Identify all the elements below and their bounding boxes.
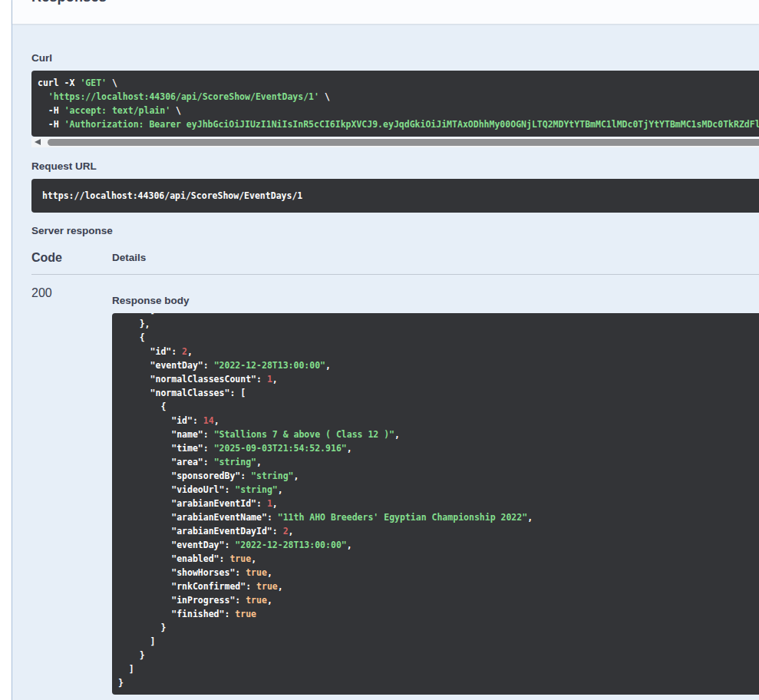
responses-section-header: Responses bbox=[12, 0, 759, 24]
left-arrow-icon bbox=[35, 139, 41, 145]
details-column-header: Details bbox=[112, 252, 146, 265]
response-body-label: Response body bbox=[112, 295, 759, 306]
response-body[interactable]: ] }, { "id": 2, "eventDay": "2022-12-28T… bbox=[112, 313, 759, 695]
get-opblock-responses-panel: Responses Curl curl -X 'GET' \ 'https://… bbox=[12, 0, 759, 700]
responses-heading: Responses bbox=[31, 0, 107, 5]
request-url-value: https://localhost:44306/api/ScoreShow/Ev… bbox=[42, 190, 302, 201]
curl-horizontal-scrollbar[interactable] bbox=[31, 137, 759, 147]
code-column-header: Code bbox=[31, 251, 112, 265]
request-url-block: https://localhost:44306/api/ScoreShow/Ev… bbox=[31, 179, 759, 213]
opblock-body: Curl curl -X 'GET' \ 'https://localhost:… bbox=[12, 24, 759, 695]
response-row-200: 200 Response body ] }, { "id": 2, "event… bbox=[31, 275, 759, 695]
curl-command[interactable]: curl -X 'GET' \ 'https://localhost:44306… bbox=[31, 71, 759, 137]
scrollbar-thumb[interactable] bbox=[48, 139, 759, 146]
responses-table-header: Code Details bbox=[31, 251, 759, 265]
responses-table: Code Details 200 Response body ] }, { "i… bbox=[31, 251, 759, 695]
response-details-cell: Response body ] }, { "id": 2, "eventDay"… bbox=[112, 275, 759, 695]
scroll-left-button[interactable] bbox=[31, 137, 45, 147]
status-code: 200 bbox=[31, 275, 112, 695]
request-url-label: Request URL bbox=[31, 160, 759, 172]
response-body-content: ] }, { "id": 2, "eventDay": "2022-12-28T… bbox=[118, 313, 759, 695]
curl-label: Curl bbox=[31, 52, 759, 64]
server-response-label: Server response bbox=[31, 225, 759, 236]
